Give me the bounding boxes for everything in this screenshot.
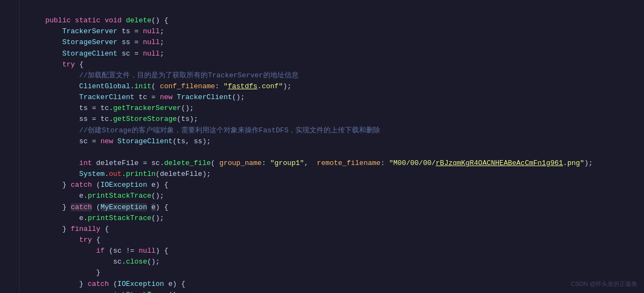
line-numbers bbox=[0, 0, 20, 293]
code-editor: public static void delete() { TrackerSer… bbox=[0, 0, 644, 293]
code-content: public static void delete() { TrackerSer… bbox=[20, 0, 644, 293]
watermark: CSDN @怀头发的正版鱼 bbox=[571, 279, 637, 289]
